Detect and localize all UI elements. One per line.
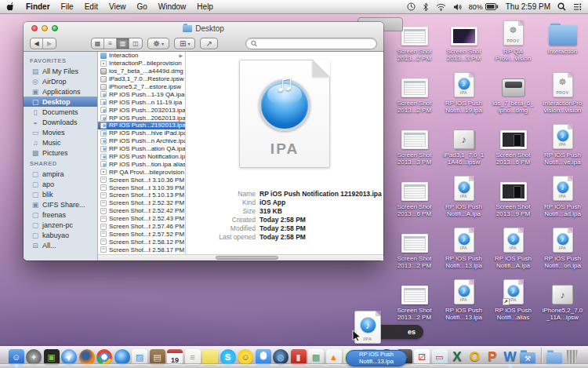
sidebar-item-movies[interactable]: ▭Movies [24,127,97,137]
window-header[interactable]: Desktop ◀ ▶ ▦ ≡ ▥ ◫ ☸ ▾ ⊞ [24,22,383,52]
desktop-icon-ipa[interactable]: ♪IPARP iOS PushNotifi...on.ipa [538,223,587,275]
icon-view-button[interactable]: ▦ [92,38,104,49]
desktop-icon-screenshot[interactable]: Screen Shot2013...6 PM [488,119,538,171]
dock-finder[interactable]: ☺ [9,349,24,365]
desktop-icon-screenshot[interactable]: Screen Shot2013...3 PM [390,119,439,171]
file-row[interactable]: InteractionP...bileprovision [98,60,185,67]
scrollbar-thumb[interactable] [216,256,278,260]
desktop-icon-screenshot[interactable]: Screen Shot2013...2 PM [390,223,439,275]
share-button[interactable]: ↗ [200,38,217,49]
desktop-icon-dmg[interactable]: ios_7_beta_6_ipho...dmg [488,67,538,119]
wifi-icon[interactable] [436,3,446,11]
dock-calendar[interactable]: 19 [167,349,183,365]
menu-item-window[interactable]: Window [158,2,187,11]
sidebar-item-desktop[interactable]: ▢Desktop [24,97,97,107]
dock-vlc[interactable]: ▲ [326,349,342,365]
file-row[interactable]: RP iOS Push...1-19 QA.ipa [98,90,185,98]
spotlight-icon[interactable] [557,2,566,11]
dock-emulator[interactable]: ▣ [44,349,60,365]
forward-button[interactable]: ▶ [43,38,56,49]
arrange-menu-button[interactable]: ⊞ ▾ [174,38,195,49]
dock-trash[interactable] [564,349,580,365]
dock-documents-folder[interactable] [546,349,562,365]
desktop-icon-ipa[interactable]: ♪IPARP iOS PushNotifi...A.ipa [439,171,488,223]
file-row[interactable]: Screen Shot...t 3.10.39 PM [98,184,185,191]
dock-reminders[interactable]: ≡ [185,349,201,365]
menu-item-help[interactable]: Help [197,2,213,11]
dock-contacts[interactable]: ▤ [150,349,165,365]
sidebar-item-ampira[interactable]: ▢ampira [24,169,97,179]
apple-menu-icon[interactable] [6,2,15,12]
search-field[interactable] [245,38,377,49]
sidebar-item-cifs-share-[interactable]: ▣CIFS Share... [24,199,97,210]
desktop-icon-ipa[interactable]: ♪IPARP iOS PushNotifi...13.ipa [439,223,488,275]
sidebar-item-apo[interactable]: ▢apo [24,179,97,189]
sidebar-item-janzen-pc[interactable]: ▢janzen-pc [24,220,97,230]
desktop-icon-screenshot[interactable]: Screen Shot2013...2 PM [390,275,439,326]
desktop-icon-prov[interactable]: ☸PROVRP QAProvi...vision [488,16,538,67]
dock-game-app[interactable]: ⚂ [414,349,430,365]
menu-item-file[interactable]: File [61,2,74,11]
dock-safari[interactable]: ➤ [61,349,77,365]
file-row[interactable]: RP iOS Push...hive iPad.ipa [98,129,185,137]
menu-item-edit[interactable]: Edit [85,2,98,11]
dock-yahoo-messenger[interactable]: ☺ [238,349,253,365]
dock-excel[interactable]: X [449,349,465,365]
desktop-icon-prov[interactable]: ☸PROVInteractionProvision...vision [538,67,587,119]
file-row[interactable]: ios_7_beta_...a4449d.dmg [98,67,185,75]
desktop-icon-ipa[interactable]: ♪IPARP iOS PushNotifi...ad.ipa [538,171,587,223]
menu-item-view[interactable]: View [109,2,126,11]
desktop-icon-screenshot[interactable]: Screen Shot2013...6 PM [390,171,439,223]
file-row[interactable]: RP iOS Push...2192013.ipa [98,122,185,129]
dock-preview[interactable]: ▨ [132,349,147,365]
sidebar-item-pictures[interactable]: ▩Pictures [24,148,97,158]
desktop-icon-screenshot[interactable]: Screen Shot2013...9 PM [488,171,538,223]
search-input[interactable] [260,40,372,48]
dock-google-earth[interactable] [114,349,130,365]
file-row[interactable]: Screen Shot...t 2.57.46 PM [98,223,185,231]
bluetooth-icon[interactable] [423,2,429,12]
desktop-icon-screenshot[interactable]: Screen Shot2013...3 PM [439,16,488,67]
dock-word[interactable]: W [503,349,518,365]
desktop-icon-ipa-alias[interactable]: ♪IPA↗RP iOS PushNotifi...alias [488,275,538,326]
file-row[interactable]: RP QA Provi...bileprovision [98,168,185,176]
dock-xcode[interactable]: ⚒ [520,349,535,365]
file-row[interactable]: Screen Shot...t 5.10.13 PM [98,191,185,199]
back-button[interactable]: ◀ [31,38,43,49]
sidebar-item-freenas[interactable]: ▢freenas [24,210,97,220]
file-row[interactable]: RP iOS Push...ation QA.ipa [98,145,185,153]
dock-messages[interactable] [256,349,271,365]
file-row[interactable]: Screen Shot...t 3.10.36 PM [98,176,185,184]
coverflow-view-button[interactable]: ◫ [129,38,142,49]
menu-clock[interactable]: Thu 2:59 PM [506,2,550,11]
battery-status[interactable]: 80% [469,3,499,11]
dock-chrome[interactable] [96,349,112,365]
action-menu-button[interactable]: ☸ ▾ [147,38,169,49]
desktop-icon-ipa[interactable]: ♪IPARP iOS PushNotifi...ve.ipa [538,119,587,171]
desktop-icon-screenshot[interactable]: Screen Shot2013...2 PM [390,67,439,119]
sidebar-item-airdrop[interactable]: ◎AirDrop [24,76,97,86]
file-row[interactable]: Screen Shot...t 2.52.43 PM [98,215,185,223]
desktop-icon-ipa[interactable]: ♪IPARP iOS PushNotifi...A.ipa [488,223,538,275]
file-row[interactable]: RP iOS Push...2062013.ipa [98,114,185,122]
dock-powerpoint[interactable]: P [485,349,500,365]
file-row[interactable]: Interaction▶ [98,52,185,60]
list-view-button[interactable]: ≡ [104,38,117,49]
file-row[interactable]: RP iOS Push...tion.ipa alias [98,160,185,168]
file-row[interactable]: Screen Shot...t 2.57.52 PM [98,230,185,238]
desktop-icon-ipsw[interactable]: ♪iPad3,1_7.0_11A46...ipsw [439,119,488,171]
file-row[interactable]: Screen Shot...t 2.58.17 PM [98,246,185,253]
desktop-icon-ipa[interactable]: ♪IPARP iOS PushNotifi...19.ipa [439,67,488,119]
menu-app-name[interactable]: Finder [26,2,50,11]
sidebar-item-downloads[interactable]: ◒Downloads [24,117,97,127]
column-view-button[interactable]: ▥ [117,38,129,49]
file-row[interactable]: RP iOS Push Notification.ipa [98,153,185,161]
dock-firefox[interactable] [79,349,95,365]
sidebar-item-all-[interactable]: ⊟All... [24,240,97,250]
sidebar-item-music[interactable]: ♫Music [24,137,97,148]
dock-media-app[interactable]: ▮ [291,349,307,365]
dock-toast-app[interactable]: ▭ [432,349,448,365]
file-row[interactable]: Screen Shot...t 2.52.42 PM [98,207,185,215]
file-row[interactable]: iPhone5,2_7...estore.ipsw [98,83,185,91]
time-machine-icon[interactable] [407,2,416,11]
